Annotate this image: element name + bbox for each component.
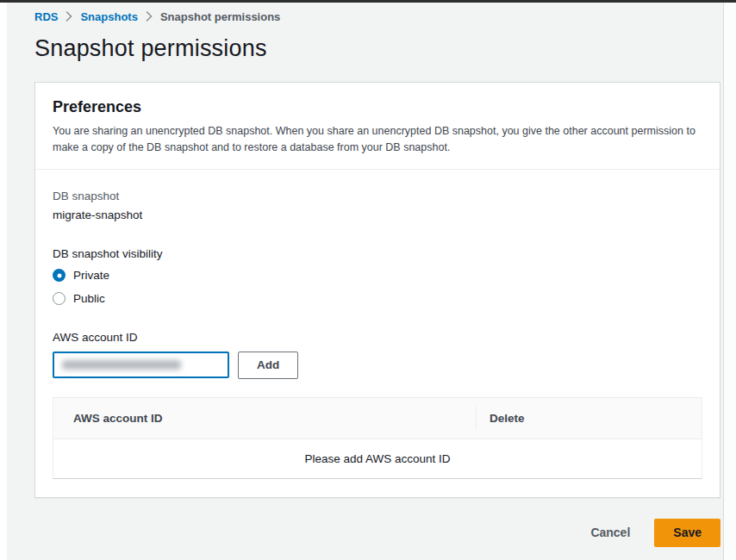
breadcrumb-link-rds[interactable]: RDS — [34, 10, 58, 23]
db-snapshot-field: DB snapshot migrate-snapshot — [53, 190, 702, 221]
radio-selected-icon[interactable] — [53, 269, 65, 282]
db-snapshot-value: migrate-snapshot — [53, 208, 702, 221]
preferences-card-header: Preferences You are sharing an unencrypt… — [35, 83, 720, 170]
page-title: Snapshot permissions — [34, 35, 720, 62]
db-snapshot-label: DB snapshot — [53, 190, 702, 202]
cancel-button[interactable]: Cancel — [590, 526, 630, 539]
table-header-row: AWS account ID Delete — [53, 398, 702, 439]
column-header-account-id: AWS account ID — [53, 412, 476, 425]
breadcrumb-link-snapshots[interactable]: Snapshots — [80, 10, 137, 23]
radio-option-public[interactable]: Public — [53, 291, 702, 307]
radio-option-private[interactable]: Private — [53, 268, 702, 283]
chevron-right-icon — [65, 11, 72, 22]
chevron-right-icon — [146, 11, 153, 22]
window-left-edge — [0, 3, 7, 560]
radio-private-label: Private — [73, 269, 109, 282]
account-id-input-row: Add — [53, 352, 702, 379]
radio-unselected-icon[interactable] — [53, 292, 65, 305]
radio-public-label: Public — [73, 292, 105, 305]
column-header-delete-label: Delete — [490, 412, 525, 425]
visibility-label: DB snapshot visibility — [53, 247, 702, 260]
preferences-card-body: DB snapshot migrate-snapshot DB snapshot… — [35, 170, 720, 497]
footer-actions: Cancel Save — [34, 519, 720, 547]
preferences-card: Preferences You are sharing an unencrypt… — [34, 82, 720, 498]
column-header-delete: Delete — [476, 407, 702, 429]
redacted-account-id-value — [62, 360, 181, 370]
window-right-edge — [723, 3, 736, 560]
save-button[interactable]: Save — [654, 519, 720, 547]
aws-account-id-input[interactable] — [53, 352, 229, 378]
column-divider — [476, 407, 477, 429]
account-id-section: AWS account ID Add — [53, 331, 702, 379]
preferences-description: You are sharing an unencrypted DB snapsh… — [53, 123, 701, 156]
add-button[interactable]: Add — [238, 352, 298, 379]
preferences-title: Preferences — [53, 98, 702, 116]
breadcrumb-current: Snapshot permissions — [160, 10, 280, 23]
breadcrumb: RDS Snapshots Snapshot permissions — [34, 9, 720, 24]
page-content: RDS Snapshots Snapshot permissions Snaps… — [34, 9, 720, 547]
visibility-group: DB snapshot visibility Private Public — [53, 247, 702, 307]
table-empty-message: Please add AWS account ID — [53, 439, 702, 478]
window-top-edge — [0, 0, 736, 3]
shared-accounts-table: AWS account ID Delete Please add AWS acc… — [53, 397, 702, 479]
account-id-label: AWS account ID — [53, 331, 702, 344]
